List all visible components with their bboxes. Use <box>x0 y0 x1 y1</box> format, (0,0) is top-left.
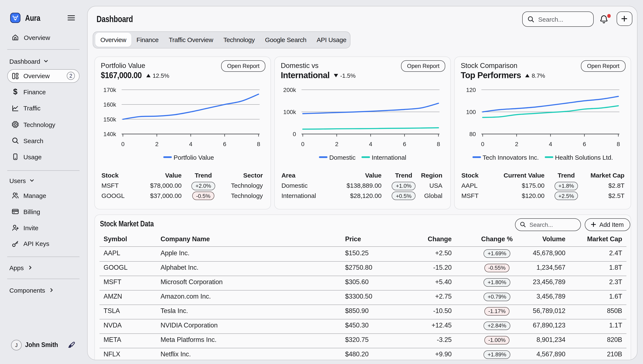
svg-text:6: 6 <box>223 141 226 148</box>
svg-text:100: 100 <box>466 109 476 115</box>
svg-text:150k: 150k <box>103 116 116 123</box>
svg-text:6: 6 <box>583 141 586 148</box>
svg-text:120: 120 <box>466 87 476 93</box>
svg-text:8: 8 <box>437 141 440 148</box>
svg-text:0: 0 <box>121 141 124 148</box>
svg-text:8: 8 <box>257 141 260 148</box>
svg-text:6: 6 <box>403 141 406 148</box>
svg-text:140k: 140k <box>103 131 116 138</box>
svg-text:4: 4 <box>189 141 192 148</box>
svg-text:4: 4 <box>549 141 552 148</box>
svg-text:80: 80 <box>470 131 476 138</box>
svg-text:2: 2 <box>155 141 158 148</box>
svg-text:8: 8 <box>617 141 620 148</box>
svg-text:2: 2 <box>335 141 338 148</box>
svg-text:170k: 170k <box>103 87 116 93</box>
svg-text:200k: 200k <box>283 87 296 93</box>
svg-text:4: 4 <box>369 141 372 148</box>
svg-text:160k: 160k <box>103 101 116 108</box>
svg-text:2: 2 <box>515 141 518 148</box>
svg-text:0: 0 <box>293 131 296 138</box>
svg-text:100k: 100k <box>283 109 296 115</box>
svg-text:0: 0 <box>481 141 484 148</box>
svg-text:0: 0 <box>301 141 305 148</box>
